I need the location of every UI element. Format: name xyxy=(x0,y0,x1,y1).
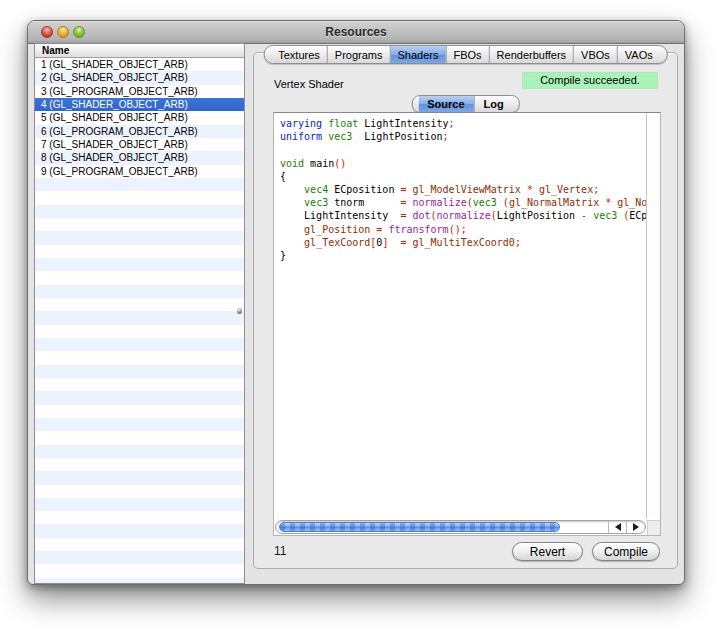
list-filler-row xyxy=(35,311,244,324)
tab-vbos[interactable]: VBOs xyxy=(573,46,617,63)
list-filler-row xyxy=(35,325,244,338)
tab-programs[interactable]: Programs xyxy=(327,46,390,63)
list-filler-row xyxy=(35,351,244,364)
tab-shaders[interactable]: Shaders xyxy=(389,46,445,63)
list-filler-row xyxy=(35,418,244,431)
code-line: gl_Position = ftransform(); xyxy=(280,223,646,236)
code-editor: varying float LightIntensity;uniform vec… xyxy=(273,112,661,536)
shader-id-label: 11 xyxy=(274,544,286,558)
list-item[interactable]: 7 (GL_SHADER_OBJECT_ARB) xyxy=(35,138,244,151)
source-log-tabs: SourceLog xyxy=(411,95,519,113)
list-filler-row xyxy=(35,258,244,271)
desktop: Resources Name 1 (GL_SHADER_OBJECT_ARB)2… xyxy=(0,0,719,632)
splitter-handle[interactable] xyxy=(237,308,242,314)
window-title: Resources xyxy=(28,25,684,39)
horizontal-scrollbar-thumb[interactable] xyxy=(279,522,560,532)
list-item[interactable]: 4 (GL_SHADER_OBJECT_ARB) xyxy=(35,98,244,111)
list-filler-row xyxy=(35,365,244,378)
list-item[interactable]: 6 (GL_PROGRAM_OBJECT_ARB) xyxy=(35,125,244,138)
list-filler-row xyxy=(35,498,244,511)
scroll-right-button[interactable] xyxy=(626,521,644,533)
code-line: { xyxy=(280,170,646,183)
list-filler-row xyxy=(35,405,244,418)
list-filler-row xyxy=(35,378,244,391)
list-filler-row xyxy=(35,524,244,537)
list-filler-row xyxy=(35,191,244,204)
list-filler-row xyxy=(35,218,244,231)
vertical-scrollbar[interactable] xyxy=(646,113,660,519)
resources-window: Resources Name 1 (GL_SHADER_OBJECT_ARB)2… xyxy=(27,20,685,585)
code-line: uniform vec3 LightPosition; xyxy=(280,130,646,143)
code-line: void main() xyxy=(280,157,646,170)
list-filler-row xyxy=(35,445,244,458)
list-filler-row xyxy=(35,338,244,351)
list-item[interactable]: 8 (GL_SHADER_OBJECT_ARB) xyxy=(35,151,244,164)
compile-status-badge: Compile succeeded. xyxy=(522,72,658,89)
list-filler-row xyxy=(35,271,244,284)
list-filler-row xyxy=(35,245,244,258)
tab-textures[interactable]: Textures xyxy=(271,46,327,63)
list-filler-row xyxy=(35,458,244,471)
scrollbar-corner xyxy=(647,520,660,535)
compile-button[interactable]: Compile xyxy=(592,542,660,561)
list-item[interactable]: 3 (GL_PROGRAM_OBJECT_ARB) xyxy=(35,85,244,98)
list-filler-row xyxy=(35,285,244,298)
tab-vaos[interactable]: VAOs xyxy=(617,46,660,63)
titlebar[interactable]: Resources xyxy=(28,21,684,44)
resource-list: Name 1 (GL_SHADER_OBJECT_ARB)2 (GL_SHADE… xyxy=(34,43,245,584)
shader-panel: TexturesProgramsShadersFBOsRenderbuffers… xyxy=(253,52,678,569)
list-filler-row xyxy=(35,551,244,564)
horizontal-scrollbar[interactable] xyxy=(275,520,646,534)
code-line: vec4 ECposition = gl_ModelViewMatrix * g… xyxy=(280,183,646,196)
list-item[interactable]: 9 (GL_PROGRAM_OBJECT_ARB) xyxy=(35,165,244,178)
list-rows: 1 (GL_SHADER_OBJECT_ARB)2 (GL_SHADER_OBJ… xyxy=(35,58,244,583)
list-filler-row xyxy=(35,178,244,191)
list-item[interactable]: 1 (GL_SHADER_OBJECT_ARB) xyxy=(35,58,244,71)
code-line xyxy=(280,143,646,156)
subtab-log[interactable]: Log xyxy=(474,96,513,112)
list-filler-row xyxy=(35,391,244,404)
list-filler-row xyxy=(35,538,244,551)
code-text-area[interactable]: varying float LightIntensity;uniform vec… xyxy=(274,113,646,519)
list-filler-row xyxy=(35,511,244,524)
tab-renderbuffers[interactable]: Renderbuffers xyxy=(489,46,574,63)
code-line: LightIntensity = dot(normalize(LightPosi… xyxy=(280,209,646,222)
scrollbar-arrows xyxy=(608,521,644,533)
list-filler-row xyxy=(35,205,244,218)
list-filler-row xyxy=(35,485,244,498)
list-header-label: Name xyxy=(42,45,69,56)
list-filler-row xyxy=(35,231,244,244)
resource-tabs: TexturesProgramsShadersFBOsRenderbuffers… xyxy=(263,45,668,64)
list-filler-row xyxy=(35,564,244,577)
shader-type-label: Vertex Shader xyxy=(274,78,344,90)
scroll-left-button[interactable] xyxy=(608,521,626,533)
code-line: varying float LightIntensity; xyxy=(280,117,646,130)
code-line: vec3 tnorm = normalize(vec3 (gl_NormalMa… xyxy=(280,196,646,209)
code-line: } xyxy=(280,249,646,262)
list-item[interactable]: 5 (GL_SHADER_OBJECT_ARB) xyxy=(35,111,244,124)
subtab-source[interactable]: Source xyxy=(418,96,473,112)
scroll-right-arrow-icon xyxy=(633,523,639,531)
list-filler-row xyxy=(35,298,244,311)
list-filler-row xyxy=(35,431,244,444)
revert-button[interactable]: Revert xyxy=(512,542,583,561)
list-filler-row xyxy=(35,578,244,584)
scroll-left-arrow-icon xyxy=(615,523,621,531)
list-item[interactable]: 2 (GL_SHADER_OBJECT_ARB) xyxy=(35,71,244,84)
list-filler-row xyxy=(35,471,244,484)
tab-fbos[interactable]: FBOs xyxy=(445,46,488,63)
list-column-header[interactable]: Name xyxy=(35,44,244,58)
code-line: gl_TexCoord[0] = gl_MultiTexCoord0; xyxy=(280,236,646,249)
